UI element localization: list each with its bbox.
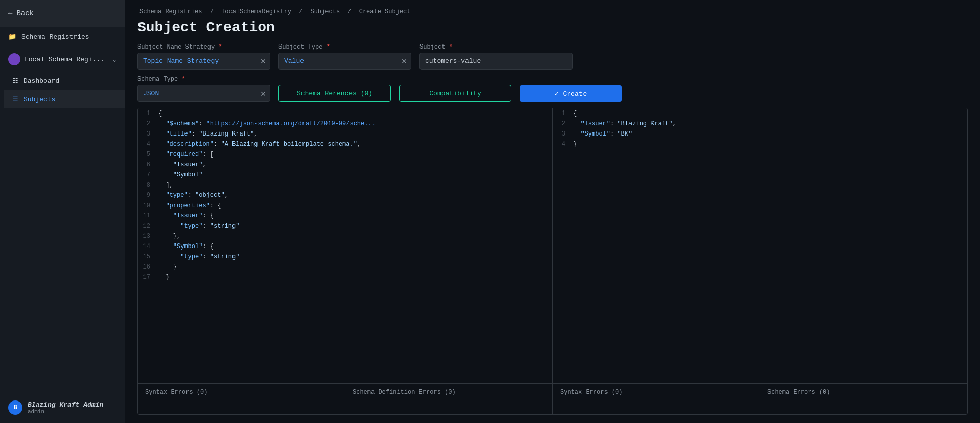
left-syntax-errors-panel: Syntax Errors (0) [138, 384, 345, 414]
right-errors: Syntax Errors (0) Schema Errors (0) [553, 383, 967, 414]
breadcrumb-local[interactable]: localSchemaRegistry [221, 8, 291, 15]
subject-type-wrapper: ✕ [278, 53, 411, 70]
breadcrumb-sep1: / [210, 8, 217, 15]
subject-type-input[interactable] [278, 53, 411, 70]
main-content: Schema Registries / localSchemaRegistry … [125, 0, 980, 423]
schema-type-wrapper: ✕ [137, 85, 270, 102]
schema-type-label: Schema Type * [137, 76, 270, 83]
back-button[interactable]: ← Back [0, 0, 125, 27]
breadcrumb-create-subject: Create Subject [359, 8, 411, 15]
breadcrumb-subjects[interactable]: Subjects [310, 8, 340, 15]
r-code-line-2: 2 "Issuer": "Blazing Kraft", [553, 119, 967, 129]
clear-schema-type-button[interactable]: ✕ [260, 90, 266, 97]
create-label: Create [563, 90, 587, 98]
sidebar-bottom: B Blazing Kraft Admin admin [0, 392, 125, 423]
subject-name-strategy-label: Subject Name Strategy * [137, 43, 270, 51]
code-line-3: 3 "title": "Blazing Kraft", [138, 129, 552, 139]
subject-input[interactable] [419, 53, 573, 70]
code-line-16: 16 } [138, 262, 552, 272]
r-code-line-4: 4 } [553, 139, 967, 149]
left-schema-def-errors-label: Schema Definition Errors (0) [353, 389, 456, 396]
r-code-line-3: 3 "Symbol": "BK" [553, 129, 967, 139]
right-syntax-errors-panel: Syntax Errors (0) [553, 384, 760, 414]
code-line-4: 4 "description": "A Blazing Kraft boiler… [138, 139, 552, 149]
page-title: Subject Creation [137, 19, 968, 35]
user-info: Blazing Kraft Admin admin [28, 401, 103, 415]
right-editor-code[interactable]: 1 { 2 "Issuer": "Blazing Kraft", 3 "Symb… [553, 108, 967, 383]
subject-name-strategy-group: Subject Name Strategy * ✕ [137, 43, 270, 70]
code-line-10: 10 "properties": { [138, 201, 552, 211]
registry-dot [8, 53, 20, 65]
code-line-1: 1 { [138, 108, 552, 119]
user-name: Blazing Kraft Admin [28, 401, 103, 409]
back-arrow-icon: ← [8, 9, 12, 17]
left-syntax-errors-label: Syntax Errors (0) [145, 389, 207, 396]
left-schema-def-errors-panel: Schema Definition Errors (0) [345, 384, 552, 414]
subject-wrapper [419, 53, 573, 70]
right-editor-section: 1 { 2 "Issuer": "Blazing Kraft", 3 "Symb… [553, 108, 967, 414]
sidebar-item-dashboard[interactable]: ☷ Dashboard [4, 72, 125, 90]
subject-type-label: Subject Type * [278, 43, 411, 51]
r-code-line-1: 1 { [553, 108, 967, 119]
dashboard-icon: ☷ [12, 77, 18, 85]
required-marker2: * [326, 43, 330, 51]
registry-name: Local Schema Regi... [25, 56, 104, 63]
back-label: Back [16, 9, 34, 17]
subject-group: Subject * [419, 43, 573, 70]
right-schema-errors-panel: Schema Errors (0) [760, 384, 967, 414]
subject-label: Subject * [419, 43, 573, 51]
clear-subject-type-button[interactable]: ✕ [401, 58, 407, 65]
create-button[interactable]: ✓ Create [520, 85, 622, 102]
code-line-12: 12 "type": "string" [138, 221, 552, 231]
breadcrumb: Schema Registries / localSchemaRegistry … [137, 8, 968, 15]
sidebar: ← Back 📁 Schema Registries Local Schema … [0, 0, 125, 423]
checkmark-icon: ✓ [555, 90, 559, 98]
code-line-7: 7 "Symbol" [138, 170, 552, 180]
sidebar-sub-items: ☷ Dashboard ☰ Subjects [0, 72, 125, 108]
required-marker4: * [181, 76, 185, 83]
breadcrumb-sep3: / [347, 8, 355, 15]
form-row-2: Schema Type * ✕ Schema Rerences (0) Comp… [137, 76, 968, 102]
sidebar-item-schema-registries[interactable]: 📁 Schema Registries [0, 27, 125, 47]
schema-registries-label: Schema Registries [21, 33, 89, 41]
compatibility-button[interactable]: Compatibility [399, 85, 511, 102]
subject-type-group: Subject Type * ✕ [278, 43, 411, 70]
editors-wrapper: 1 { 2 "$schema": "https://json-schema.or… [137, 108, 968, 415]
code-line-15: 15 "type": "string" [138, 252, 552, 262]
code-line-11: 11 "Issuer": { [138, 211, 552, 221]
breadcrumb-schema-registries[interactable]: Schema Registries [139, 8, 202, 15]
form-row-1: Subject Name Strategy * ✕ Subject Type *… [137, 43, 968, 70]
user-role: admin [28, 409, 103, 415]
schema-type-group: Schema Type * ✕ [137, 76, 270, 102]
folder-icon: 📁 [8, 33, 16, 41]
code-line-9: 9 "type": "object", [138, 190, 552, 201]
sidebar-item-subjects[interactable]: ☰ Subjects [4, 90, 125, 108]
subject-name-strategy-wrapper: ✕ [137, 53, 270, 70]
code-line-13: 13 }, [138, 231, 552, 241]
avatar: B [8, 400, 22, 415]
dashboard-label: Dashboard [24, 77, 59, 85]
editors-main: 1 { 2 "$schema": "https://json-schema.or… [138, 108, 967, 414]
code-line-6: 6 "Issuer", [138, 160, 552, 170]
subject-name-strategy-input[interactable] [137, 53, 270, 70]
left-editor-code[interactable]: 1 { 2 "$schema": "https://json-schema.or… [138, 108, 552, 383]
code-line-17: 17 } [138, 272, 552, 282]
subjects-label: Subjects [24, 96, 55, 103]
schema-references-button[interactable]: Schema Rerences (0) [278, 85, 391, 102]
left-errors: Syntax Errors (0) Schema Definition Erro… [138, 383, 552, 414]
clear-subject-name-strategy-button[interactable]: ✕ [260, 58, 266, 65]
right-schema-errors-label: Schema Errors (0) [767, 389, 830, 396]
breadcrumb-sep2: / [299, 8, 306, 15]
code-line-5: 5 "required": [ [138, 149, 552, 160]
schema-type-input[interactable] [137, 85, 270, 102]
list-icon: ☰ [12, 95, 18, 103]
chevron-down-icon: ⌄ [112, 55, 116, 63]
code-line-14: 14 "Symbol": { [138, 241, 552, 252]
required-marker: * [218, 43, 222, 51]
left-editor-section: 1 { 2 "$schema": "https://json-schema.or… [138, 108, 553, 414]
sidebar-registry-item[interactable]: Local Schema Regi... ⌄ [0, 47, 125, 72]
required-marker3: * [449, 43, 453, 51]
code-line-8: 8 ], [138, 180, 552, 190]
right-syntax-errors-label: Syntax Errors (0) [560, 389, 622, 396]
code-line-2: 2 "$schema": "https://json-schema.org/dr… [138, 119, 552, 129]
